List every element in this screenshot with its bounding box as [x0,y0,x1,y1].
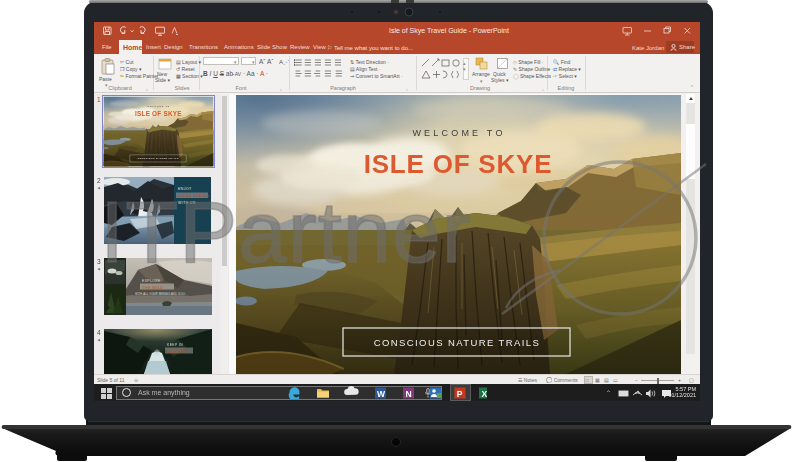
svg-text:NATURE: NATURE [167,349,185,354]
svg-text:P: P [457,388,463,398]
svg-text:EXPLORE: EXPLORE [142,279,161,283]
svg-text:WITH ALL YOUR SENSES AND SOUL: WITH ALL YOUR SENSES AND SOUL [135,292,186,296]
svg-text:ENJOY: ENJOY [178,187,192,191]
svg-text:X: X [482,389,488,399]
svg-text:N: N [406,389,412,399]
svg-text:WITH US: WITH US [178,201,196,205]
svg-text:THE WILD: THE WILD [142,285,164,290]
svg-text:KEEP IN: KEEP IN [167,343,183,347]
svg-text:W: W [377,389,386,399]
svg-text:CLEAN TRAVEL: CLEAN TRAVEL [178,194,210,198]
